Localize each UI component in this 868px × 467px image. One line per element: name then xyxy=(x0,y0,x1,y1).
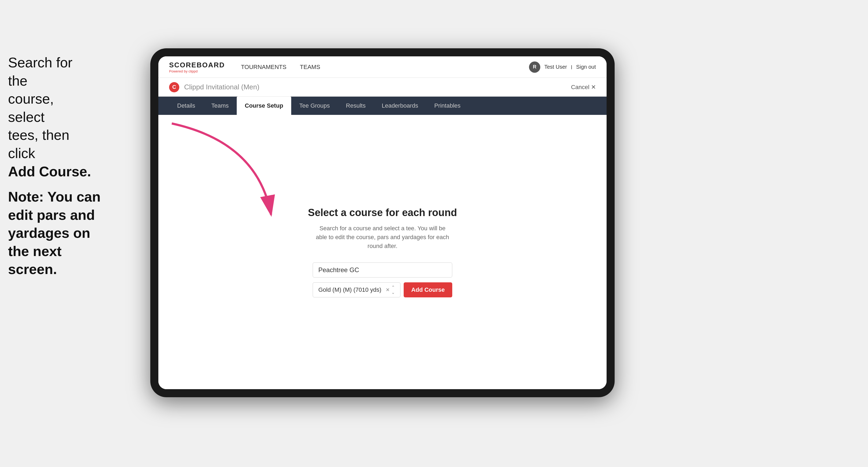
tab-bar: Details Teams Course Setup Tee Groups Re… xyxy=(158,97,607,115)
tee-select-row: Gold (M) (M) (7010 yds) ✕ ⌃⌄ Add Course xyxy=(313,282,452,298)
tournament-name: Clippd Invitational (Men) xyxy=(184,83,259,91)
tournament-gender: (Men) xyxy=(241,83,259,91)
annotation-note-text: Note: You can edit pars and yardages on … xyxy=(8,189,101,277)
clear-tee-icon[interactable]: ✕ xyxy=(386,287,390,293)
tab-details[interactable]: Details xyxy=(169,97,203,115)
pipe-separator: | xyxy=(571,65,572,69)
user-avatar: R xyxy=(529,61,540,73)
sign-out-link[interactable]: Sign out xyxy=(576,64,596,70)
tee-dropdown[interactable]: Gold (M) (M) (7010 yds) ✕ ⌃⌄ xyxy=(313,282,400,298)
tablet-screen: SCOREBOARD Powered by clippd TOURNAMENTS… xyxy=(158,56,607,389)
tournament-name-text: Clippd Invitational xyxy=(184,83,239,91)
nav-links: TOURNAMENTS TEAMS xyxy=(241,64,529,70)
tournament-icon: C xyxy=(169,82,179,92)
annotation-note: Note: You can edit pars and yardages on … xyxy=(8,188,102,279)
logo-area: SCOREBOARD Powered by clippd xyxy=(169,61,225,73)
tab-leaderboards[interactable]: Leaderboards xyxy=(374,97,426,115)
tab-tee-groups[interactable]: Tee Groups xyxy=(291,97,338,115)
logo-title: SCOREBOARD xyxy=(169,61,225,69)
course-select-desc: Search for a course and select a tee. Yo… xyxy=(315,224,450,250)
nav-tournaments[interactable]: TOURNAMENTS xyxy=(241,64,287,70)
tab-teams[interactable]: Teams xyxy=(203,97,237,115)
course-select-title: Select a course for each round xyxy=(308,207,457,218)
logo-subtitle: Powered by clippd xyxy=(169,69,225,73)
annotation-main: Search for the course, select tees, then… xyxy=(8,54,91,181)
annotation-bold: Add Course. xyxy=(8,164,91,179)
tab-printables[interactable]: Printables xyxy=(426,97,469,115)
main-content: Select a course for each round Search fo… xyxy=(158,115,607,389)
add-course-button[interactable]: Add Course xyxy=(404,282,452,298)
tee-selected-value: Gold (M) (M) (7010 yds) xyxy=(318,286,381,293)
annotation-line2: course, select xyxy=(8,91,54,125)
tab-course-setup[interactable]: Course Setup xyxy=(237,97,291,115)
tab-results[interactable]: Results xyxy=(338,97,374,115)
tee-dropdown-icon[interactable]: ⌃⌄ xyxy=(391,285,395,295)
annotation-line3: tees, then click xyxy=(8,127,69,161)
nav-teams[interactable]: TEAMS xyxy=(300,64,320,70)
nav-right: R Test User | Sign out xyxy=(529,61,596,73)
top-navigation: SCOREBOARD Powered by clippd TOURNAMENTS… xyxy=(158,56,607,78)
course-search-input[interactable] xyxy=(313,262,452,278)
tablet-device: SCOREBOARD Powered by clippd TOURNAMENTS… xyxy=(150,48,615,397)
user-name: Test User xyxy=(544,64,567,70)
annotation-line1: Search for the xyxy=(8,55,72,89)
tournament-header: C Clippd Invitational (Men) Cancel ✕ xyxy=(158,78,607,97)
cancel-button[interactable]: Cancel ✕ xyxy=(571,84,596,91)
